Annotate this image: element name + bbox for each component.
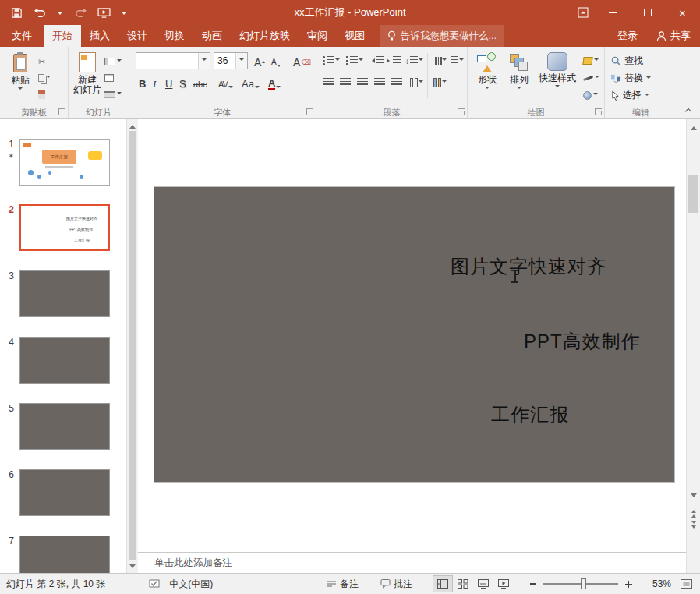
tab-slideshow[interactable]: 幻灯片放映 (231, 25, 299, 47)
font-name-dropdown[interactable] (198, 53, 210, 69)
previous-slide-button[interactable] (687, 507, 700, 518)
notes-pane[interactable]: 单击此处添加备注 (138, 552, 686, 573)
numbering-button[interactable] (345, 53, 365, 69)
arrange-button[interactable]: 排列 (504, 48, 535, 102)
slide[interactable]: 图片文字快速对齐 PPT高效制作 工作汇报 (154, 187, 674, 482)
maximize-button[interactable] (630, 0, 665, 25)
shape-fill-button[interactable] (582, 54, 601, 68)
slide-text-1[interactable]: 图片文字快速对齐 (451, 254, 606, 279)
zoom-percentage[interactable]: 53% (643, 578, 671, 589)
bold-button[interactable]: B (137, 75, 147, 90)
scroll-down-button[interactable] (687, 491, 700, 502)
thumbnail-scrollbar[interactable] (126, 119, 138, 573)
scrollbar-thumb[interactable] (688, 175, 698, 213)
collapse-ribbon-button[interactable] (682, 104, 695, 115)
bullets-button[interactable] (321, 53, 341, 69)
tell-me-box[interactable]: 告诉我您想要做什么... (380, 25, 504, 47)
copy-button[interactable] (37, 71, 52, 85)
italic-button[interactable]: I (151, 75, 157, 90)
paste-button[interactable]: 粘贴 (4, 48, 37, 101)
tab-design[interactable]: 设计 (118, 25, 156, 47)
minimize-button[interactable] (595, 0, 630, 25)
language-indicator[interactable]: 中文(中国) (169, 578, 213, 591)
slide-7-preview[interactable] (19, 536, 110, 573)
replace-button[interactable]: 替换 (611, 71, 651, 86)
format-painter-button[interactable] (37, 87, 52, 101)
slide-1-preview[interactable]: 工作汇报 (19, 139, 110, 186)
tab-view[interactable]: 视图 (336, 25, 373, 47)
shape-outline-button[interactable] (582, 71, 601, 85)
font-color-button[interactable]: A (267, 75, 282, 90)
slide-text-2[interactable]: PPT高效制作 (524, 329, 641, 354)
undo-button[interactable] (28, 0, 51, 25)
font-dialog-launcher[interactable] (306, 108, 313, 115)
zoom-slider[interactable] (543, 575, 618, 592)
clipboard-dialog-launcher[interactable] (58, 108, 65, 115)
font-name-select[interactable] (136, 52, 210, 69)
align-right-button[interactable] (355, 75, 369, 90)
line-spacing-button[interactable]: ↕ (404, 53, 425, 69)
comments-toggle-button[interactable]: 批注 (380, 578, 412, 591)
sign-in-button[interactable]: 登录 (608, 25, 647, 47)
tab-insert[interactable]: 插入 (81, 25, 118, 47)
tab-transitions[interactable]: 切换 (156, 25, 193, 47)
select-button[interactable]: 选择 (611, 88, 649, 103)
slide-2-preview[interactable]: 图片文字快速对齐 PPT高效制作 工作汇报 (19, 204, 110, 251)
slideshow-view-button[interactable] (493, 575, 514, 592)
thumb-scroll-down-button[interactable] (127, 562, 138, 573)
thumb-scroll-up-button[interactable] (127, 119, 138, 130)
slide-sorter-view-button[interactable] (453, 575, 473, 592)
strikethrough-button[interactable]: abc (192, 75, 209, 90)
fit-to-window-button[interactable] (681, 579, 692, 589)
redo-button[interactable] (69, 0, 92, 25)
slide-thumbnail-6[interactable]: 6 (0, 469, 126, 519)
shape-effects-button[interactable] (582, 88, 601, 102)
increase-font-size-button[interactable]: A (253, 53, 267, 69)
slide-text-3[interactable]: 工作汇报 (491, 402, 569, 427)
clear-formatting-button[interactable]: A⌫ (292, 53, 313, 69)
slide-layout-button[interactable] (103, 55, 123, 69)
distribute-button[interactable] (390, 75, 404, 90)
proofing-button[interactable] (149, 579, 160, 589)
decrease-font-size-button[interactable]: A (270, 53, 282, 69)
character-spacing-button[interactable]: AV (217, 75, 235, 90)
shapes-button[interactable]: 形状 (471, 48, 504, 102)
convert-to-smartart-button[interactable] (432, 75, 448, 90)
cut-button[interactable]: ✂ (37, 55, 52, 69)
center-button[interactable] (338, 75, 352, 90)
slide-thumbnail-2[interactable]: 2 图片文字快速对齐 PPT高效制作 工作汇报 (0, 204, 126, 254)
tab-animations[interactable]: 动画 (193, 25, 231, 47)
undo-dropdown-button[interactable] (51, 0, 69, 25)
quick-styles-button[interactable]: 快速样式 (535, 48, 580, 102)
slide-5-preview[interactable] (19, 403, 110, 450)
find-button[interactable]: 查找 (611, 54, 643, 69)
font-size-select[interactable]: 36 (214, 52, 248, 69)
new-slide-button[interactable]: 新建 幻灯片 (72, 48, 103, 101)
slide-4-preview[interactable] (19, 337, 110, 384)
change-case-button[interactable]: Aa (240, 75, 261, 90)
slide-thumbnail-4[interactable]: 4 (0, 337, 126, 387)
save-button[interactable] (5, 0, 28, 25)
underline-button[interactable]: U (164, 75, 174, 90)
drawing-dialog-launcher[interactable] (595, 108, 602, 115)
start-from-beginning-button[interactable] (92, 0, 115, 25)
zoom-slider-thumb[interactable] (581, 578, 586, 589)
vertical-scrollbar[interactable] (686, 119, 700, 573)
columns-button[interactable] (408, 75, 425, 90)
justify-button[interactable] (373, 75, 387, 90)
normal-view-button[interactable] (433, 575, 453, 592)
text-shadow-button[interactable]: S (178, 75, 188, 90)
tab-home[interactable]: 开始 (44, 25, 81, 47)
ribbon-display-options-button[interactable] (571, 0, 595, 25)
slide-indicator[interactable]: 幻灯片 第 2 张, 共 10 张 (6, 578, 105, 591)
paragraph-dialog-launcher[interactable] (458, 108, 465, 115)
scroll-up-button[interactable] (687, 121, 700, 132)
align-left-button[interactable] (321, 75, 335, 90)
section-button[interactable] (103, 87, 123, 101)
share-button[interactable]: 共享 (647, 25, 700, 47)
customize-qat-button[interactable] (115, 0, 133, 25)
reading-view-button[interactable] (473, 575, 493, 592)
slide-thumbnail-3[interactable]: 3 (0, 270, 126, 320)
font-size-dropdown[interactable] (235, 53, 247, 69)
text-direction-button[interactable] (432, 53, 448, 69)
